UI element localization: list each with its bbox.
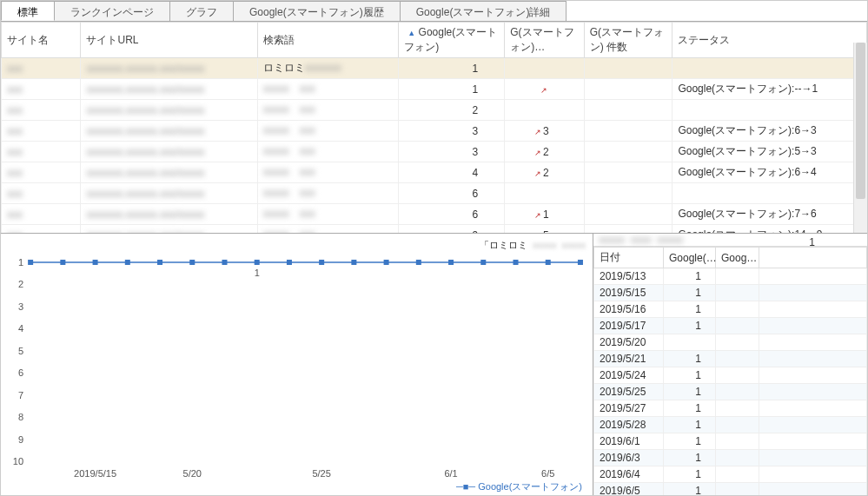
cell-site: xxx [2, 121, 81, 142]
history-col-google[interactable]: Google(… [664, 248, 716, 268]
history-row[interactable]: 2019/6/51 [594, 483, 867, 496]
svg-rect-31 [546, 260, 551, 265]
history-row[interactable]: 2019/6/41 [594, 466, 867, 483]
tab-graph[interactable]: グラフ [169, 1, 234, 21]
cell-count [584, 183, 673, 204]
svg-text:1: 1 [18, 257, 23, 268]
history-cell-date: 2019/5/17 [594, 318, 664, 334]
col-header-url[interactable]: サイトURL [81, 23, 257, 58]
history-preview-row: xxxxx xxxx xxxxx 1 [593, 234, 867, 247]
history-row[interactable]: 2019/5/211 [594, 351, 867, 367]
col-header-gsp[interactable]: G(スマートフォン)… [505, 23, 584, 58]
cell-site: xxx [2, 79, 81, 100]
cell-count [584, 58, 673, 79]
history-cell-empty [759, 301, 867, 318]
rank-chart: 123456789102019/5/155/205/256/16/51 [4, 241, 589, 492]
history-cell-empty [759, 483, 867, 496]
history-row[interactable]: 2019/6/11 [594, 433, 867, 450]
history-row[interactable]: 2019/5/161 [594, 301, 867, 318]
cell-url: xxxxxxx.xxxxxx.xxx/xxxxx [81, 183, 257, 204]
ranking-table: サイト名 サイトURL 検索語 ▲ Google(スマートフォン) G(スマート… [1, 22, 867, 234]
col-header-site[interactable]: サイト名 [2, 23, 81, 58]
col-header-google[interactable]: ▲ Google(スマートフォン) [399, 23, 505, 58]
cell-status: Google(スマートフォン):6→3 [673, 121, 867, 142]
history-cell-goog [716, 367, 759, 384]
history-row[interactable]: 2019/6/31 [594, 450, 867, 466]
cell-url: xxxxxxx.xxxxxx.xxx/xxxxx [81, 204, 257, 225]
history-cell-google: 1 [664, 351, 716, 367]
cell-url: xxxxxxx.xxxxxx.xxx/xxxxx [81, 142, 257, 162]
cell-count [584, 162, 673, 183]
table-row[interactable]: xxxxxxxxxx.xxxxxx.xxx/xxxxxxxxxx xxx1↗Go… [2, 79, 867, 100]
history-col-goog[interactable]: Goog… [716, 248, 759, 268]
history-cell-empty [759, 433, 867, 450]
table-row[interactable]: xxxxxxxxxx.xxxxxx.xxx/xxxxxxxxxx xxx9↗5G… [2, 225, 867, 235]
cell-gsp: ↗ [505, 79, 584, 100]
svg-rect-20 [189, 260, 195, 265]
history-cell-goog [716, 268, 759, 285]
svg-rect-29 [480, 260, 486, 265]
bottom-split: 「ロミロミ xxxxx xxxxx 123456789102019/5/155/… [1, 234, 867, 495]
history-cell-google: 1 [664, 450, 716, 466]
table-row[interactable]: xxxxxxxxxx.xxxxxx.xxx/xxxxxxxxxx xxx3↗2G… [2, 142, 867, 162]
table-row[interactable]: xxxxxxxxxx.xxxxxx.xxx/xxxxxxxxxx xxx6 [2, 183, 867, 204]
svg-text:2: 2 [18, 279, 23, 289]
svg-text:10: 10 [13, 456, 23, 466]
history-row[interactable]: 2019/5/251 [594, 384, 867, 400]
table-row[interactable]: xxxxxxxxxx.xxxxxx.xxx/xxxxxxxxxx xxx2 [2, 100, 867, 121]
cell-keyword: xxxxx xxx [257, 142, 399, 162]
table-row[interactable]: xxxxxxxxxx.xxxxxx.xxx/xxxxxロミロミxxxxxxx1 [2, 58, 867, 79]
history-col-date[interactable]: 日付 [594, 248, 664, 268]
cell-google: 1 [399, 79, 505, 100]
cell-status: Google(スマートフォン):--→1 [673, 79, 867, 100]
svg-text:6: 6 [18, 367, 23, 378]
history-row[interactable]: 2019/5/271 [594, 400, 867, 417]
scrollbar-thumb[interactable] [856, 43, 865, 199]
cell-url: xxxxxxx.xxxxxx.xxx/xxxxx [81, 100, 257, 121]
tab-google-sp-detail[interactable]: Google(スマートフォン)詳細 [400, 1, 567, 21]
history-cell-empty [759, 450, 867, 466]
cell-google: 4 [399, 162, 505, 183]
history-row[interactable]: 2019/5/281 [594, 417, 867, 433]
tab-standard[interactable]: 標準 [1, 1, 55, 21]
history-cell-google: 1 [664, 466, 716, 483]
col-header-count[interactable]: G(スマートフォン) 件数 [584, 23, 673, 58]
history-cell-goog [716, 384, 759, 400]
cell-status [673, 100, 867, 121]
history-row[interactable]: 2019/5/20 [594, 334, 867, 351]
col-header-keyword[interactable]: 検索語 [257, 23, 399, 58]
tab-google-sp-history[interactable]: Google(スマートフォン)履歴 [233, 1, 401, 21]
history-row[interactable]: 2019/5/151 [594, 285, 867, 301]
chart-panel: 「ロミロミ xxxxx xxxxx 123456789102019/5/155/… [1, 234, 593, 495]
cell-count [584, 225, 673, 235]
col-header-google-label: Google(スマートフォン) [404, 26, 497, 53]
history-row[interactable]: 2019/5/131 [594, 268, 867, 285]
svg-rect-19 [157, 260, 162, 265]
cell-keyword: xxxxx xxx [257, 100, 399, 121]
history-cell-google: 1 [664, 400, 716, 417]
table-row[interactable]: xxxxxxxxxx.xxxxxx.xxx/xxxxxxxxxx xxx4↗2G… [2, 162, 867, 183]
cell-count [584, 121, 673, 142]
history-cell-goog [716, 285, 759, 301]
history-cell-date: 2019/5/25 [594, 384, 664, 400]
table-row[interactable]: xxxxxxxxxx.xxxxxx.xxx/xxxxxxxxxx xxx6↗1G… [2, 204, 867, 225]
vertical-scrollbar[interactable] [853, 43, 867, 233]
cell-gsp [505, 100, 584, 121]
svg-rect-24 [319, 260, 324, 265]
table-row[interactable]: xxxxxxxxxx.xxxxxx.xxx/xxxxxxxxxx xxx3↗3G… [2, 121, 867, 142]
col-header-status[interactable]: ステータス [673, 23, 867, 58]
history-row[interactable]: 2019/5/241 [594, 367, 867, 384]
cell-url: xxxxxxx.xxxxxx.xxx/xxxxx [81, 225, 257, 235]
cell-status [673, 58, 867, 79]
cell-url: xxxxxxx.xxxxxx.xxx/xxxxx [81, 121, 257, 142]
history-cell-date: 2019/6/5 [594, 483, 664, 496]
sort-asc-icon: ▲ [404, 29, 415, 37]
history-row[interactable]: 2019/5/171 [594, 318, 867, 334]
svg-text:4: 4 [18, 323, 23, 334]
cell-keyword: xxxxx xxx [257, 225, 399, 235]
svg-text:5/25: 5/25 [312, 468, 330, 479]
svg-rect-26 [384, 260, 389, 265]
cell-keyword: xxxxx xxx [257, 162, 399, 183]
tab-rankin-page[interactable]: ランクインページ [54, 1, 170, 21]
arrow-up-icon: ↗ [534, 169, 541, 178]
